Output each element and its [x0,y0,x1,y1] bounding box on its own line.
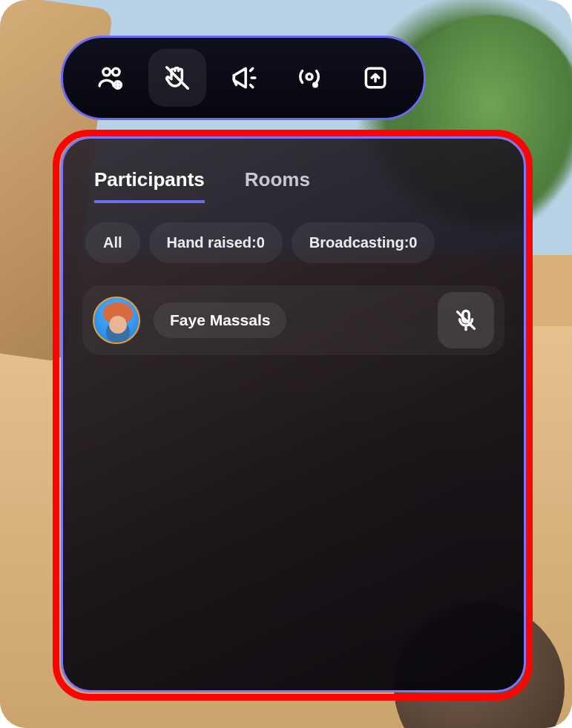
participant-list: Faye Massals [82,285,504,355]
broadcast-icon [295,64,323,92]
hand-off-icon [163,64,191,92]
tab-participants[interactable]: Participants [94,168,205,203]
svg-point-5 [312,82,318,88]
megaphone-button[interactable] [214,49,272,107]
megaphone-icon [229,64,257,92]
filter-hand-raised-count: 0 [257,234,265,251]
share-up-icon [361,64,389,92]
svg-point-0 [103,68,111,76]
filter-hand-raised[interactable]: Hand raised:0 [149,222,283,263]
tab-rooms[interactable]: Rooms [245,168,310,203]
filter-broadcasting[interactable]: Broadcasting:0 [292,222,435,263]
svg-point-4 [306,73,312,79]
participant-name: Faye Massals [154,302,286,338]
panel-tabs: Participants Rooms [82,168,504,203]
filter-all[interactable]: All [85,222,140,263]
mute-toggle-button[interactable] [438,292,494,348]
participants-icon [97,64,125,92]
avatar [93,297,140,344]
share-button[interactable] [346,49,404,107]
filter-broadcasting-label: Broadcasting: [309,234,409,251]
filter-hand-raised-label: Hand raised: [167,234,257,251]
vr-scene-viewport: Participants Rooms All Hand raised:0 Bro… [0,0,572,728]
participants-icon-button[interactable] [82,49,140,107]
participant-filters: All Hand raised:0 Broadcasting:0 [82,222,504,263]
people-panel: Participants Rooms All Hand raised:0 Bro… [61,136,526,692]
participant-row[interactable]: Faye Massals [82,285,504,355]
svg-point-1 [112,68,119,76]
mic-muted-icon [453,308,479,333]
participants-toolbar [61,36,426,120]
lower-hand-button[interactable] [148,49,206,107]
broadcast-button[interactable] [280,49,338,107]
filter-broadcasting-count: 0 [409,234,417,251]
